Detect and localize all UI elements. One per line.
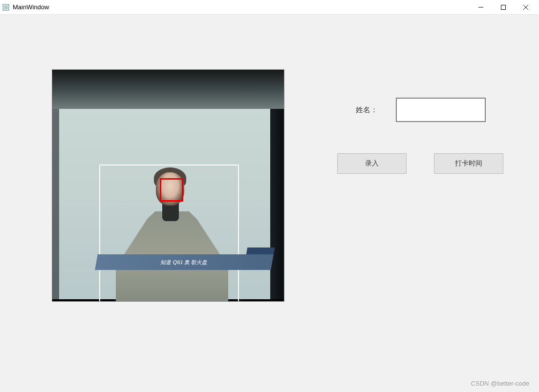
video-bg-bezel-left — [52, 109, 59, 299]
name-input[interactable] — [396, 98, 486, 122]
enroll-button[interactable]: 录入 — [337, 153, 407, 174]
sub-toolbar — [0, 15, 539, 20]
video-bg-bezel-right — [270, 109, 284, 299]
video-preview: 知道 Q61 奥 歌火盘 — [52, 69, 284, 302]
name-row: 姓名： — [337, 98, 503, 122]
maximize-button[interactable] — [492, 0, 515, 15]
content-area: 知道 Q61 奥 歌火盘 姓名： 录入 打卡时间 — [0, 20, 539, 392]
titlebar: MainWindow — [0, 0, 539, 15]
video-bg-top — [52, 70, 284, 110]
video-caption-text: 知道 Q61 奥 歌火盘 — [160, 259, 209, 266]
window-title: MainWindow — [13, 3, 470, 11]
watermark: CSDN @better-code — [471, 380, 529, 387]
app-icon — [2, 3, 10, 11]
video-caption-tag — [246, 248, 275, 254]
face-detection-box — [160, 178, 183, 202]
window-controls — [470, 0, 537, 14]
name-label: 姓名： — [337, 105, 396, 115]
clock-time-button[interactable]: 打卡时间 — [434, 153, 503, 174]
button-row: 录入 打卡时间 — [337, 153, 503, 174]
close-button[interactable] — [515, 0, 537, 15]
video-caption-banner: 知道 Q61 奥 歌火盘 — [95, 254, 274, 270]
form-panel: 姓名： 录入 打卡时间 — [337, 98, 503, 174]
svg-rect-3 — [501, 5, 506, 10]
minimize-button[interactable] — [470, 0, 492, 15]
svg-rect-1 — [4, 5, 8, 9]
